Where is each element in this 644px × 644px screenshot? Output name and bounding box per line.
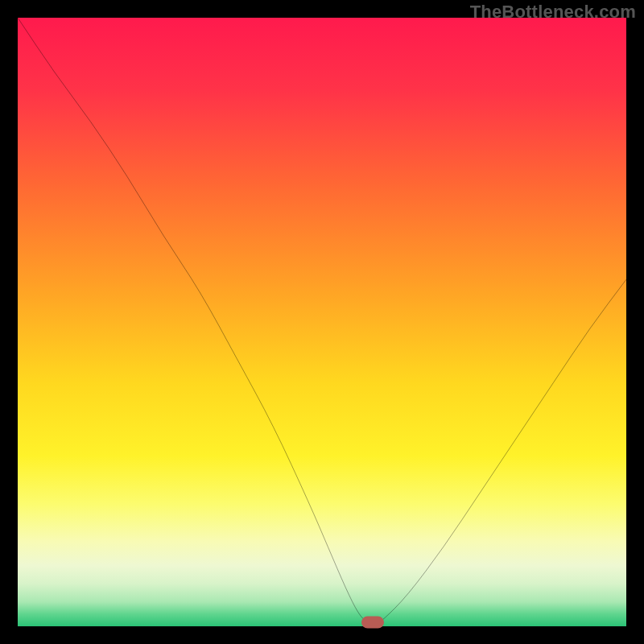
watermark-text: TheBottleneck.com (470, 2, 636, 23)
chart-frame: TheBottleneck.com (0, 0, 644, 644)
plot-area (18, 18, 626, 626)
bottleneck-curve (18, 18, 626, 626)
minimum-marker (361, 617, 384, 629)
